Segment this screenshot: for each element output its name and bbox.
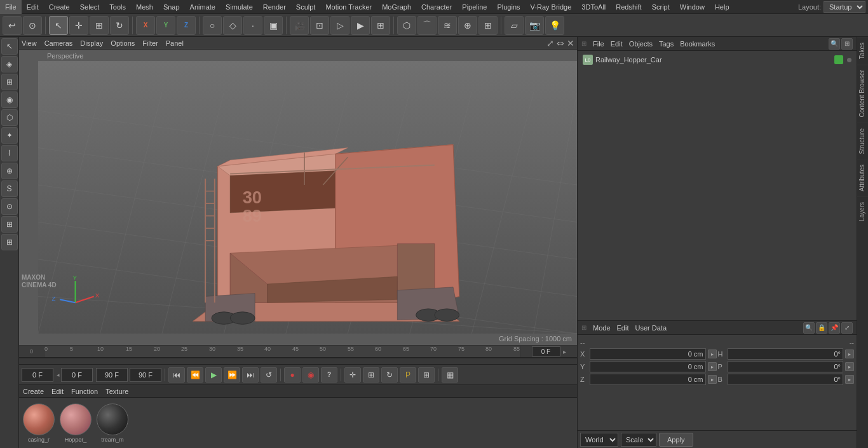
- vp-menu-panel[interactable]: Panel: [166, 39, 184, 47]
- auto-key-button[interactable]: ◉: [302, 367, 319, 383]
- sidebar-poly-btn[interactable]: ◈: [1, 56, 18, 72]
- curves-button[interactable]: ⊞: [418, 367, 435, 383]
- sidebar-s-btn[interactable]: S: [1, 180, 18, 197]
- light-button[interactable]: 💡: [545, 16, 564, 35]
- select-tool-button[interactable]: ↖: [49, 16, 68, 35]
- camera-tool-button[interactable]: 🎥: [290, 16, 309, 35]
- attr-pin-btn[interactable]: 📌: [829, 322, 840, 334]
- cube-button[interactable]: ⬡: [397, 16, 416, 35]
- menu-tools[interactable]: Tools: [104, 0, 131, 14]
- mat-menu-texture[interactable]: Texture: [105, 388, 128, 395]
- object-mode-button[interactable]: ○: [203, 16, 222, 35]
- sidebar-uv-btn[interactable]: ⊞: [1, 74, 18, 90]
- obj-menu-edit[interactable]: Edit: [611, 40, 623, 48]
- viewport[interactable]: View Cameras Display Options Filter Pane…: [19, 37, 577, 345]
- coord-h-input[interactable]: [728, 348, 844, 360]
- tab-layers[interactable]: Layers: [857, 196, 868, 226]
- menu-3dtoall[interactable]: 3DToAll: [576, 0, 611, 14]
- attr-menu-userdata[interactable]: User Data: [635, 324, 667, 332]
- object-render-dot[interactable]: [847, 58, 851, 62]
- render-output-button[interactable]: ▶: [351, 16, 370, 35]
- keyframe-row[interactable]: [19, 358, 577, 364]
- attr-menu-edit[interactable]: Edit: [617, 324, 629, 332]
- menu-render[interactable]: Render: [258, 0, 291, 14]
- coord-p-input[interactable]: [728, 361, 844, 372]
- record-button[interactable]: ●: [284, 367, 301, 383]
- redo-button[interactable]: ⊙: [23, 16, 42, 35]
- playback-end2-field[interactable]: [130, 368, 161, 382]
- obj-filter-icon[interactable]: ⊞: [841, 38, 853, 50]
- obj-menu-file[interactable]: File: [593, 40, 604, 48]
- camera-create-button[interactable]: 📷: [525, 16, 544, 35]
- key-help-button[interactable]: ?: [321, 367, 337, 383]
- mat-menu-edit[interactable]: Edit: [51, 388, 64, 395]
- nurbs-button[interactable]: ≋: [438, 16, 457, 35]
- world-space-dropdown[interactable]: World Object: [580, 433, 618, 447]
- move-tool-button[interactable]: ✛: [69, 16, 88, 35]
- playback-start-field[interactable]: [22, 368, 53, 382]
- sidebar-rigging-btn[interactable]: ⊕: [1, 163, 18, 179]
- obj-search-icon[interactable]: 🔍: [829, 38, 840, 50]
- obj-menu-tags[interactable]: Tags: [659, 40, 674, 48]
- menu-script[interactable]: Script: [647, 0, 675, 14]
- attr-menu-mode[interactable]: Mode: [593, 324, 611, 332]
- scale-dropdown[interactable]: Scale: [621, 433, 656, 447]
- sidebar-sculpt-btn[interactable]: ⬡: [1, 109, 18, 126]
- move-key-button[interactable]: ✛: [344, 367, 361, 383]
- menu-mesh[interactable]: Mesh: [131, 0, 158, 14]
- menu-select[interactable]: Select: [75, 0, 105, 14]
- menu-window[interactable]: Window: [675, 0, 710, 14]
- render-queue-button[interactable]: ⊞: [371, 16, 390, 35]
- coord-b-btn[interactable]: ▸: [845, 375, 854, 384]
- playback-current-field[interactable]: [61, 368, 93, 382]
- menu-edit[interactable]: Edit: [22, 0, 44, 14]
- play-button[interactable]: ▶: [205, 367, 222, 383]
- frame-input[interactable]: [532, 346, 560, 356]
- step-back-button[interactable]: ⏪: [187, 367, 203, 383]
- scale-key-button[interactable]: ⊞: [363, 367, 379, 383]
- menu-sculpt[interactable]: Sculpt: [291, 0, 321, 14]
- menu-pipeline[interactable]: Pipeline: [457, 0, 492, 14]
- coord-y-pos-btn[interactable]: ▸: [708, 362, 717, 371]
- vp-menu-display[interactable]: Display: [80, 39, 103, 47]
- sidebar-paint-btn[interactable]: ◉: [1, 92, 18, 108]
- sidebar-anim-btn[interactable]: ⌇: [1, 145, 18, 161]
- sidebar-snap-btn[interactable]: ✦: [1, 127, 18, 144]
- viewport-3d-scene[interactable]: 30 89 X Y Z: [38, 50, 577, 345]
- coord-z-pos-btn[interactable]: ▸: [708, 375, 717, 384]
- coord-p-btn[interactable]: ▸: [845, 362, 854, 371]
- tab-attributes[interactable]: Attributes: [857, 159, 868, 196]
- attr-expand-btn[interactable]: ⤢: [841, 322, 853, 334]
- rotate-tool-button[interactable]: ↻: [110, 16, 129, 35]
- menu-animate[interactable]: Animate: [185, 0, 220, 14]
- render-view-button[interactable]: ▷: [330, 16, 349, 35]
- menu-file[interactable]: File: [0, 0, 22, 14]
- menu-character[interactable]: Character: [416, 0, 457, 14]
- material-item-tream[interactable]: tream_m: [97, 404, 128, 443]
- vp-menu-view[interactable]: View: [22, 39, 37, 47]
- object-row-railway[interactable]: L0 Railway_Hopper_Car: [580, 53, 854, 66]
- menu-plugins[interactable]: Plugins: [492, 0, 525, 14]
- coord-z-pos-input[interactable]: [590, 374, 706, 385]
- viewport-close-icon[interactable]: ✕: [567, 38, 574, 48]
- mat-menu-function[interactable]: Function: [71, 388, 98, 395]
- point-mode-button[interactable]: ·: [243, 16, 262, 35]
- timeline-ruler[interactable]: 0 0 5 10 15 20 25 30 35 40 45 50 55 60 6…: [19, 345, 577, 358]
- deformer-button[interactable]: ⊕: [458, 16, 477, 35]
- timeline-numbers-area[interactable]: 0 5 10 15 20 25 30 35 40 45 50 55 60 65 …: [44, 346, 520, 357]
- object-visibility-dot[interactable]: [834, 55, 843, 64]
- material-item-casing[interactable]: casing_r: [23, 404, 55, 443]
- attr-search-btn[interactable]: 🔍: [803, 322, 815, 334]
- coord-h-btn[interactable]: ▸: [845, 350, 854, 358]
- tab-structure[interactable]: Structure: [857, 123, 868, 160]
- menu-vray[interactable]: V-Ray Bridge: [526, 0, 577, 14]
- loop-button[interactable]: ↺: [261, 367, 277, 383]
- coord-x-pos-input[interactable]: [590, 348, 706, 360]
- material-item-hopper[interactable]: Hopper_: [60, 404, 92, 443]
- z-axis-button[interactable]: Z: [177, 16, 196, 35]
- coord-b-input[interactable]: [728, 374, 844, 385]
- sidebar-render-btn[interactable]: ⊞: [1, 234, 18, 250]
- tab-takes[interactable]: Takes: [857, 37, 868, 64]
- poly-mode-button[interactable]: ▣: [264, 16, 283, 35]
- playback-end1-field[interactable]: [96, 368, 128, 382]
